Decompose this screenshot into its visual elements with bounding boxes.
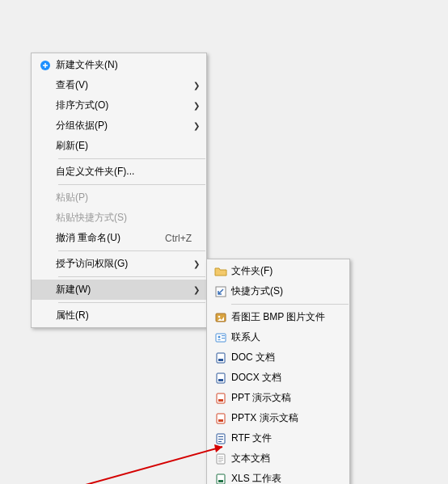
new-menu-item-contact[interactable]: 联系人 [207, 327, 349, 347]
menu-item-label: 属性(R) [56, 309, 192, 322]
rtf-icon [210, 432, 231, 445]
svg-rect-9 [218, 359, 223, 361]
folder-icon [210, 265, 231, 278]
menu-item-shortcut: Ctrl+Z [165, 233, 192, 244]
menu-item-customize-folder[interactable]: 自定义文件夹(F)... [32, 162, 206, 182]
menu-item-properties[interactable]: 属性(R) [32, 305, 206, 326]
shortcut-icon [210, 285, 231, 298]
new-menu-item-docx[interactable]: DOCX 文档 [207, 368, 349, 388]
separator [58, 158, 205, 159]
menu-item-label: 授予访问权限(G) [56, 257, 192, 271]
new-menu-item-pptx[interactable]: PPTX 演示文稿 [207, 408, 349, 428]
menu-item-paste: 粘贴(P) [32, 187, 206, 208]
svg-rect-8 [217, 353, 225, 363]
svg-rect-18 [218, 439, 223, 440]
menu-item-label: 新建(W) [56, 283, 192, 297]
xls-icon [210, 473, 231, 485]
new-menu-item-shortcut[interactable]: 快捷方式(S) [207, 281, 349, 301]
separator [58, 302, 205, 303]
menu-item-undo-rename[interactable]: 撤消 重命名(U) Ctrl+Z [32, 228, 206, 248]
menu-item-refresh[interactable]: 刷新(E) [32, 136, 206, 156]
svg-rect-23 [218, 460, 223, 461]
menu-item-label: 新建文件夹(N) [56, 58, 192, 72]
svg-rect-13 [218, 399, 223, 402]
menu-item-paste-shortcut: 粘贴快捷方式(S) [32, 208, 206, 228]
docx-icon [210, 372, 231, 385]
menu-item-view[interactable]: 查看(V) ❯ [32, 75, 206, 95]
chevron-right-icon: ❯ [192, 121, 200, 130]
new-menu-item-ppt[interactable]: PPT 演示文稿 [207, 388, 349, 408]
menu-item-label: PPTX 演示文稿 [231, 411, 343, 425]
new-menu-item-xls[interactable]: XLS 工作表 [207, 469, 349, 484]
new-menu-item-folder[interactable]: 文件夹(F) [207, 261, 349, 281]
chevron-right-icon: ❯ [192, 259, 200, 268]
menu-item-label: 排序方式(O) [56, 99, 192, 112]
doc-icon [210, 351, 231, 364]
menu-item-label: 快捷方式(S) [231, 284, 343, 298]
svg-rect-24 [218, 461, 222, 462]
menu-item-label: 联系人 [231, 330, 343, 344]
svg-point-3 [218, 315, 221, 318]
menu-item-sort[interactable]: 排序方式(O) ❯ [32, 95, 206, 116]
menu-item-label: 文件夹(F) [231, 264, 343, 278]
svg-rect-25 [217, 474, 225, 484]
new-menu-item-bmp[interactable]: 看图王 BMP 图片文件 [207, 307, 349, 327]
menu-item-label: 看图王 BMP 图片文件 [231, 310, 343, 324]
menu-item-groupby[interactable]: 分组依据(P) ❯ [32, 116, 206, 136]
menu-item-label: 分组依据(P) [56, 119, 192, 133]
svg-rect-6 [222, 335, 225, 336]
svg-rect-10 [217, 373, 225, 383]
bmp-icon [210, 311, 231, 324]
svg-rect-22 [218, 458, 223, 459]
new-menu-item-txt[interactable]: 文本文档 [207, 448, 349, 469]
context-menu-main: 新建文件夹(N) 查看(V) ❯ 排序方式(O) ❯ 分组依据(P) ❯ 刷新(… [31, 53, 207, 328]
svg-rect-19 [218, 441, 222, 442]
menu-item-label: XLS 工作表 [231, 472, 343, 484]
svg-rect-14 [217, 414, 225, 423]
menu-item-label: DOCX 文档 [231, 371, 343, 385]
txt-icon [210, 452, 231, 465]
menu-item-new-folder[interactable]: 新建文件夹(N) [32, 55, 206, 75]
menu-item-label: 粘贴(P) [56, 191, 192, 204]
menu-item-label: PPT 演示文稿 [231, 391, 343, 405]
svg-rect-21 [218, 457, 223, 457]
new-menu-item-rtf[interactable]: RTF 文件 [207, 428, 349, 448]
separator [58, 184, 205, 185]
svg-rect-26 [218, 480, 223, 482]
new-menu-item-doc[interactable]: DOC 文档 [207, 347, 349, 368]
menu-item-give-access[interactable]: 授予访问权限(G) ❯ [32, 254, 206, 274]
separator [231, 304, 349, 305]
menu-item-label: 自定义文件夹(F)... [56, 165, 192, 179]
chevron-right-icon: ❯ [192, 285, 200, 294]
svg-line-29 [77, 447, 222, 484]
menu-item-new[interactable]: 新建(W) ❯ [32, 280, 206, 300]
menu-item-label: 粘贴快捷方式(S) [56, 211, 192, 225]
menu-item-label: 文本文档 [231, 452, 343, 465]
svg-rect-17 [218, 436, 223, 437]
svg-rect-15 [218, 419, 223, 422]
separator [58, 276, 205, 277]
ppt-icon [210, 392, 231, 405]
menu-item-label: RTF 文件 [231, 431, 343, 445]
svg-rect-11 [218, 379, 223, 381]
svg-point-5 [218, 335, 221, 338]
menu-item-label: 撤消 重命名(U) [56, 231, 157, 245]
menu-item-label: DOC 文档 [231, 351, 343, 364]
contact-icon [210, 331, 231, 344]
svg-rect-12 [217, 394, 225, 403]
context-menu-new: 文件夹(F) 快捷方式(S) 看图王 BMP 图片文件 联系人 DOC 文档 D… [206, 259, 350, 484]
menu-item-label: 刷新(E) [56, 139, 192, 153]
separator [58, 250, 205, 251]
chevron-right-icon: ❯ [192, 81, 200, 90]
menu-item-label: 查看(V) [56, 78, 192, 92]
chevron-right-icon: ❯ [192, 101, 200, 110]
new-folder-icon [35, 59, 56, 72]
pptx-icon [210, 412, 231, 425]
svg-rect-7 [222, 338, 225, 339]
